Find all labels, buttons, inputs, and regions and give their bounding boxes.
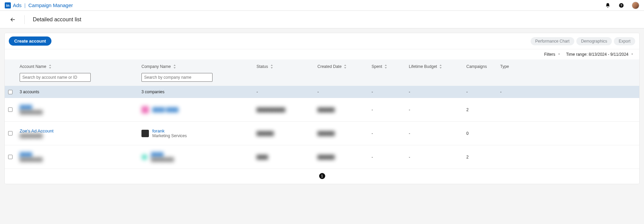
summary-accounts: 3 accounts <box>20 90 141 94</box>
divider <box>24 15 25 24</box>
summary-type: - <box>500 90 527 94</box>
sort-icon <box>48 65 52 69</box>
summary-lifetime: - <box>409 90 466 94</box>
brand-campaign-manager: Campaign Manager <box>28 2 73 8</box>
account-sub: ████████ <box>20 157 137 162</box>
svg-text:?: ? <box>620 4 622 7</box>
created-cell: ██████ <box>317 107 372 112</box>
linkedin-logo-icon: in <box>5 2 11 8</box>
select-all-checkbox[interactable] <box>8 90 13 94</box>
filters-label: Filters <box>544 52 555 57</box>
filter-bar: Filters Time range: 8/13/2024 - 9/11/202… <box>5 49 639 59</box>
table-row: Zoe's Ad Account████████forankMarketing … <box>5 122 639 145</box>
summary-created: - <box>317 90 372 94</box>
status-cell: ████ <box>257 155 317 159</box>
time-range-dropdown[interactable]: Time range: 8/13/2024 - 9/11/2024 <box>566 52 634 57</box>
sort-icon <box>173 65 176 69</box>
page-1[interactable]: 1 <box>319 173 325 179</box>
col-created[interactable]: Created Date <box>317 64 368 69</box>
created-cell: ██████ <box>317 155 372 159</box>
account-sub: ████████ <box>20 110 137 115</box>
table-body: ████████████████ ████████████████████--2… <box>5 98 639 169</box>
col-type-label: Type <box>500 64 509 69</box>
search-company-input[interactable] <box>141 73 213 82</box>
lifetime-cell: - <box>409 131 466 136</box>
export-button[interactable]: Export <box>614 37 635 45</box>
company-logo-icon <box>141 106 149 114</box>
account-name-link[interactable]: ████ <box>20 152 137 157</box>
row-checkbox[interactable] <box>8 107 13 112</box>
summary-campaigns: - <box>466 90 500 94</box>
accounts-table: Account Name Company Name Status <box>5 59 639 184</box>
company-sub: Marketing Services <box>152 133 187 138</box>
col-spent-label: Spent <box>372 64 382 69</box>
company-sub: ████████ <box>151 157 174 162</box>
brand-separator: | <box>24 2 26 8</box>
col-created-label: Created Date <box>317 64 341 69</box>
performance-chart-button[interactable]: Performance Chart <box>531 37 574 45</box>
col-status[interactable]: Status <box>257 64 313 69</box>
account-name-link[interactable]: Zoe's Ad Account <box>20 128 137 133</box>
account-sub: ████████ <box>20 133 137 138</box>
row-checkbox[interactable] <box>8 131 13 135</box>
col-lifetime-budget[interactable]: Lifetime Budget <box>409 64 462 69</box>
lifetime-cell: - <box>409 155 466 159</box>
col-account-name-label: Account Name <box>20 64 46 69</box>
col-company-name[interactable]: Company Name <box>141 64 252 69</box>
main-panel: Create account Performance Chart Demogra… <box>5 33 639 184</box>
col-campaigns[interactable]: Campaigns <box>466 64 496 69</box>
pager: 1 <box>5 169 639 184</box>
toolbar: Create account Performance Chart Demogra… <box>5 33 639 49</box>
summary-spent: - <box>372 90 409 94</box>
sub-header: Detailed account list <box>0 11 644 28</box>
table-header: Account Name Company Name Status <box>5 59 639 86</box>
account-name-link[interactable]: ████ <box>20 105 137 110</box>
col-spent[interactable]: Spent <box>372 64 405 69</box>
created-cell: ██████ <box>317 131 372 136</box>
search-account-input[interactable] <box>20 73 91 82</box>
chevron-down-icon <box>630 52 634 57</box>
notifications-icon[interactable] <box>605 2 611 8</box>
company-logo-icon <box>141 154 148 160</box>
sort-icon <box>384 65 387 69</box>
col-type[interactable]: Type <box>500 64 523 69</box>
top-nav-right: ? <box>605 2 639 9</box>
toolbar-pills: Performance Chart Demographics Export <box>531 37 635 45</box>
company-name-link[interactable]: forank <box>152 128 187 133</box>
spent-cell: - <box>372 131 409 136</box>
campaigns-cell: 2 <box>466 107 500 112</box>
company-name-link[interactable]: ████ ████ <box>152 107 178 112</box>
sort-icon <box>343 65 347 69</box>
campaigns-cell: 0 <box>466 131 500 136</box>
demographics-button[interactable]: Demographics <box>576 37 612 45</box>
row-checkbox[interactable] <box>8 155 13 159</box>
campaigns-cell: 2 <box>466 155 500 159</box>
brand[interactable]: in Ads | Campaign Manager <box>5 2 73 8</box>
company-name-link[interactable]: ████ <box>151 152 174 157</box>
help-icon[interactable]: ? <box>618 2 624 8</box>
avatar[interactable] <box>632 2 639 9</box>
create-account-button[interactable]: Create account <box>9 36 51 46</box>
spent-cell: - <box>372 107 409 112</box>
filters-dropdown[interactable]: Filters <box>544 52 561 57</box>
sort-icon <box>439 65 442 69</box>
chevron-down-icon <box>557 52 561 57</box>
brand-ads: Ads <box>13 2 22 8</box>
col-status-label: Status <box>257 64 268 69</box>
time-range-label: Time range: 8/13/2024 - 9/11/2024 <box>566 52 628 57</box>
sort-icon <box>270 65 273 69</box>
col-company-name-label: Company Name <box>141 64 171 69</box>
back-arrow-icon[interactable] <box>9 16 16 23</box>
status-cell: ██████████ <box>257 107 317 112</box>
lifetime-cell: - <box>409 107 466 112</box>
page-title: Detailed account list <box>33 17 81 23</box>
col-account-name[interactable]: Account Name <box>20 64 137 69</box>
table-row: ██████████████████████████████████--2 <box>5 145 639 169</box>
table-row: ████████████████ ████████████████████--2 <box>5 98 639 122</box>
summary-companies: 3 companies <box>141 90 257 94</box>
company-logo-icon <box>141 130 149 137</box>
spent-cell: - <box>372 155 409 159</box>
top-nav: in Ads | Campaign Manager ? <box>0 0 644 11</box>
col-lifetime-budget-label: Lifetime Budget <box>409 64 437 69</box>
summary-status: - <box>257 90 317 94</box>
